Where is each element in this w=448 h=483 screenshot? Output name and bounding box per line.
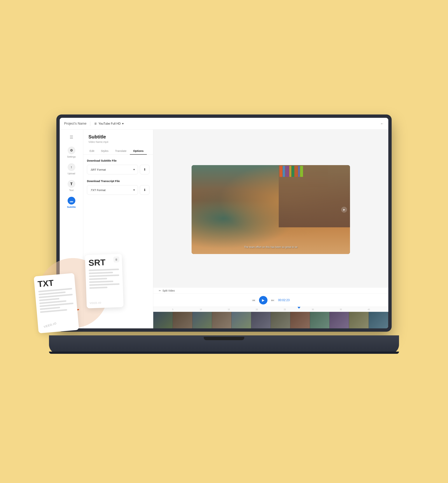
svg-rect-2 — [72, 202, 73, 202]
play-pause-button[interactable]: ▶ — [259, 296, 267, 304]
time-accent: 23 — [286, 299, 290, 302]
sidebar: ☰ ⚙ Settings ↑ Upload T Text — [60, 130, 83, 328]
tab-edit[interactable]: Edit — [86, 148, 98, 155]
download-icon: ⬇ — [143, 168, 146, 171]
thumb-7 — [271, 312, 290, 328]
txt-watermark: VEED.IO — [43, 322, 57, 328]
tab-translate[interactable]: Translate — [112, 148, 130, 155]
panel-header: Subtitle Video Name.mp4 — [83, 130, 153, 145]
ruler-mark-5: 30 — [299, 308, 327, 311]
sidebar-bottom: ? ☰ — [68, 303, 75, 325]
project-name: Project's Name — [64, 122, 86, 125]
thumb-4 — [212, 312, 232, 328]
video-subtitle: The team effort on this has been so grea… — [192, 246, 350, 249]
back-button[interactable]: ← — [380, 122, 384, 126]
panel: Subtitle Video Name.mp4 Edit Styles Tran… — [83, 130, 153, 328]
thumb-1 — [153, 312, 173, 328]
thumb-10 — [329, 312, 349, 328]
txt-type-label: TXT — [37, 279, 54, 288]
thumb-8 — [290, 312, 310, 328]
transcript-format-select[interactable]: .TXT Format ▾ — [87, 185, 138, 195]
sidebar-label-upload: Upload — [68, 172, 75, 175]
video-play-button[interactable]: ▶ — [341, 207, 347, 213]
scissors-icon: ✂ — [159, 289, 161, 292]
subtitle-format-select[interactable]: .SRT Format ▾ — [87, 165, 138, 174]
split-video-label: Split Video — [162, 289, 175, 292]
main-content: ☰ ⚙ Settings ↑ Upload T Text — [60, 130, 388, 328]
laptop-body: Project's Name 🖥 YouTube Full HD ▾ ← ☰ ⚙ — [56, 115, 392, 332]
subtitle-download-button[interactable]: ⬇ — [140, 165, 149, 174]
time-display: 00:02:23 — [278, 299, 290, 302]
ruler-mark-0: 5 — [159, 308, 187, 311]
split-btn-bar: ✂ Split Video — [153, 288, 388, 294]
list-icon-button[interactable]: ☰ — [68, 313, 75, 321]
help-icon-button[interactable]: ? — [68, 303, 75, 311]
thumb-12 — [369, 312, 388, 328]
panel-subtitle: Video Name.mp4 — [88, 140, 148, 143]
panel-title: Subtitle — [88, 134, 148, 140]
panel-body: Download Subtitle File .SRT Format ▾ ⬇ D — [83, 155, 153, 204]
bookshelf — [279, 165, 350, 227]
play-icon: ▶ — [262, 298, 264, 302]
time-normal: 00:02: — [278, 299, 286, 302]
book — [280, 166, 282, 177]
book — [285, 166, 289, 177]
sidebar-item-settings[interactable]: ⚙ Settings — [63, 145, 80, 160]
format-label: YouTube Full HD — [98, 122, 121, 125]
download-subtitle-row: .SRT Format ▾ ⬇ — [87, 165, 149, 174]
svg-rect-1 — [70, 202, 72, 202]
tab-options[interactable]: Options — [130, 148, 147, 155]
ruler-mark-7: 40 — [355, 308, 383, 311]
thumb-6 — [251, 312, 271, 328]
sidebar-menu-icon[interactable]: ☰ — [67, 133, 76, 141]
book — [300, 166, 303, 177]
timeline-ruler[interactable]: 5 10 15 20 25 30 35 40 — [153, 307, 388, 312]
sidebar-label-subtitle: Subtitle — [67, 206, 76, 208]
monitor-icon: 🖥 — [94, 122, 97, 125]
transcript-download-button[interactable]: ⬇ — [140, 185, 149, 195]
download-transcript-title: Download Transcript File — [87, 179, 149, 183]
thumb-5 — [232, 312, 251, 328]
thumb-3 — [192, 312, 212, 328]
download-subtitle-title: Download Subtitle File — [87, 159, 149, 162]
book — [283, 166, 285, 177]
laptop-notch — [204, 337, 244, 340]
tab-styles[interactable]: Styles — [98, 148, 112, 155]
book — [292, 166, 294, 177]
tab-bar: Edit Styles Translate Options — [83, 145, 153, 155]
video-preview: The team effort on this has been so grea… — [153, 130, 388, 288]
download-transcript-row: .TXT Format ▾ ⬇ — [87, 185, 149, 195]
ruler-mark-1: 10 — [187, 308, 215, 311]
sidebar-label-settings: Settings — [67, 155, 76, 158]
sidebar-item-subtitle[interactable]: Subtitle — [63, 195, 80, 210]
ruler-marks: 5 10 15 20 25 30 35 40 — [159, 308, 383, 311]
download-icon-2: ⬇ — [143, 188, 146, 192]
transcript-format-value: .TXT Format — [90, 188, 105, 192]
ruler-mark-4: 25 — [271, 308, 299, 311]
book — [289, 166, 291, 177]
laptop-screen: Project's Name 🖥 YouTube Full HD ▾ ← ☰ ⚙ — [60, 118, 388, 328]
subtitle-icon — [68, 197, 75, 204]
text-icon: T — [68, 180, 75, 188]
sidebar-item-upload[interactable]: ↑ Upload — [63, 161, 80, 177]
split-video-button[interactable]: ✂ Split Video — [159, 289, 175, 292]
laptop-base — [49, 335, 399, 354]
laptop-wrapper: Project's Name 🖥 YouTube Full HD ▾ ← ☰ ⚙ — [49, 115, 399, 354]
top-header: Project's Name 🖥 YouTube Full HD ▾ ← — [60, 118, 388, 130]
sidebar-item-text[interactable]: T Text — [63, 178, 80, 194]
thumb-9 — [310, 312, 329, 328]
sidebar-label-text: Text — [69, 189, 74, 192]
chevron-down-icon: ▾ — [122, 122, 124, 125]
thumb-11 — [349, 312, 368, 328]
settings-icon: ⚙ — [68, 147, 75, 154]
thumb-2 — [173, 312, 192, 328]
ruler-mark-3: 20 — [243, 308, 271, 311]
forward-button[interactable]: ⏭ — [271, 298, 274, 302]
rewind-button[interactable]: ⏮ — [252, 298, 255, 302]
format-badge[interactable]: 🖥 YouTube Full HD ▾ — [94, 122, 124, 125]
ruler-mark-2: 15 — [215, 308, 243, 311]
book — [298, 166, 300, 177]
laptop-base-bottom — [49, 351, 399, 354]
thumbnail-strip — [153, 312, 388, 328]
book — [295, 166, 298, 177]
